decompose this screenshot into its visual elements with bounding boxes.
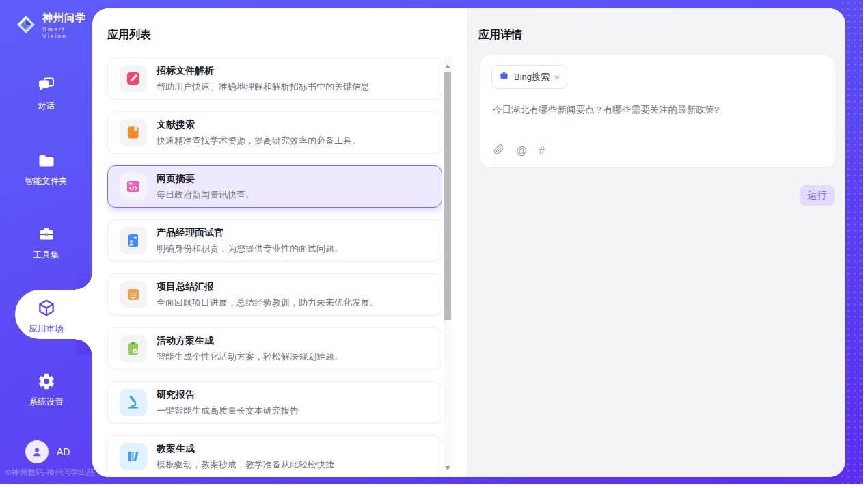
brand-logo: 神州问学 Smart Vision (15, 12, 92, 40)
sidebar-item-smart-folder[interactable]: 智能文件夹 (0, 150, 92, 187)
app-card-event-plan[interactable]: 活动方案生成 智能生成个性化活动方案，轻松解决规划难题。 (107, 327, 442, 370)
web-code-icon (120, 173, 147, 200)
sidebar-item-label: 系统设置 (0, 396, 92, 408)
user-account[interactable]: AD (25, 440, 70, 463)
user-initials: AD (57, 446, 70, 457)
mention-icon[interactable]: @ (516, 145, 527, 157)
prompt-card: Bing搜索 × 今日湖北有哪些新闻要点？有哪些需要关注的最新政策? @ # (480, 55, 835, 168)
scroll-up-arrow-icon[interactable] (445, 64, 450, 68)
app-title: 招标文件解析 (157, 65, 370, 77)
app-card-research-report[interactable]: 研究报告 一键智能生成高质量长文本研究报告 (107, 381, 442, 424)
briefcase-icon (499, 70, 509, 83)
book-icon (120, 119, 147, 146)
app-list-panel: 应用列表 招标文件解析 帮助用户快速、准确地理解和解析招标书中的关键信息 (92, 8, 467, 477)
app-title: 产品经理面试官 (157, 227, 343, 239)
app-list: 招标文件解析 帮助用户快速、准确地理解和解析招标书中的关键信息 文献搜索 快速精… (107, 57, 442, 477)
app-card-web-summary[interactable]: 网页摘要 每日政府新闻资讯快查。 (107, 165, 442, 208)
app-desc: 明确身份和职责，为您提供专业性的面试问题。 (157, 243, 343, 255)
scrollbar-thumb[interactable] (444, 72, 451, 320)
microscope-icon (120, 389, 147, 416)
close-icon[interactable]: × (554, 72, 560, 82)
books-icon (120, 443, 147, 470)
brand-name: 神州问学 (42, 12, 92, 25)
interview-doc-icon (120, 227, 147, 254)
sidebar-item-app-market[interactable]: 应用市场 (0, 298, 92, 335)
app-title: 项目总结汇报 (157, 281, 379, 293)
app-card-lesson-plan[interactable]: 教案生成 模板驱动，教案秒成，教学准备从此轻松快捷 (107, 435, 442, 477)
app-desc: 每日政府新闻资讯快查。 (157, 189, 254, 201)
app-title: 研究报告 (157, 389, 299, 401)
toolbox-icon (0, 224, 92, 245)
app-desc: 帮助用户快速、准确地理解和解析招标书中的关键信息 (157, 81, 370, 93)
gear-icon (0, 371, 92, 392)
app-card-literature-search[interactable]: 文献搜索 快速精准查找学术资源，提高研究效率的必备工具。 (107, 111, 442, 154)
cube-icon (0, 298, 92, 318)
app-desc: 快速精准查找学术资源，提高研究效率的必备工具。 (157, 135, 361, 147)
content-area: 应用列表 招标文件解析 帮助用户快速、准确地理解和解析招标书中的关键信息 (92, 8, 845, 477)
list-scrollbar (444, 56, 452, 477)
sidebar-item-label: 工具集 (0, 249, 92, 261)
app-title: 活动方案生成 (157, 335, 343, 347)
run-button[interactable]: 运行 (800, 185, 835, 206)
tool-tag-bing-search[interactable]: Bing搜索 × (491, 65, 567, 89)
tool-tag-label: Bing搜索 (514, 71, 550, 83)
hash-icon[interactable]: # (539, 145, 545, 157)
app-desc: 一键智能生成高质量长文本研究报告 (157, 405, 299, 417)
app-desc: 模板驱动，教案秒成，教学准备从此轻松快捷 (157, 459, 334, 471)
sidebar-item-chat[interactable]: 对话 (0, 75, 92, 112)
app-desc: 智能生成个性化活动方案，轻松解决规划难题。 (157, 351, 343, 363)
app-card-pm-interviewer[interactable]: 产品经理面试官 明确身份和职责，为您提供专业性的面试问题。 (107, 219, 442, 262)
app-title: 文献搜索 (157, 119, 361, 131)
app-title: 教案生成 (157, 443, 334, 455)
paperclip-icon[interactable] (493, 144, 504, 158)
question-input[interactable]: 今日湖北有哪些新闻要点？有哪些需要关注的最新政策? (493, 103, 821, 117)
avatar (25, 440, 49, 463)
doc-edit-icon (120, 65, 147, 92)
folder-icon (0, 150, 92, 171)
chat-icon (0, 75, 92, 96)
sidebar-item-label: 应用市场 (0, 323, 92, 335)
app-detail-panel: 应用详情 Bing搜索 × 今日湖北有哪些新闻要点？有哪些需要关注 (467, 8, 845, 477)
sidebar-item-settings[interactable]: 系统设置 (0, 371, 92, 408)
sidebar-item-label: 智能文件夹 (0, 176, 92, 187)
person-icon (30, 445, 44, 459)
copyright-footer: ©神州数码·神州问学出品 (5, 467, 95, 478)
brand-subtitle: Smart Vision (42, 26, 92, 40)
sidebar-item-toolset[interactable]: 工具集 (0, 224, 92, 261)
gem-icon (15, 14, 37, 38)
app-card-project-summary[interactable]: 项目总结汇报 全面回顾项目进展，总结经验教训，助力未来优化发展。 (107, 273, 442, 316)
app-list-title: 应用列表 (107, 28, 151, 42)
sidebar: 神州问学 Smart Vision 对话 智能文件夹 (0, 0, 92, 484)
app-card-bid-doc-analysis[interactable]: 招标文件解析 帮助用户快速、准确地理解和解析招标书中的关键信息 (107, 57, 442, 100)
composer-toolbar: @ # (493, 144, 545, 158)
app-desc: 全面回顾项目进展，总结经验教训，助力未来优化发展。 (157, 297, 379, 309)
app-window: 神州问学 Smart Vision 对话 智能文件夹 (0, 0, 868, 488)
note-icon (120, 281, 147, 308)
app-detail-title: 应用详情 (478, 28, 522, 42)
app-title: 网页摘要 (157, 173, 254, 185)
clipboard-check-icon (120, 335, 147, 362)
scroll-down-arrow-icon[interactable] (445, 466, 450, 470)
sidebar-item-label: 对话 (0, 100, 92, 112)
